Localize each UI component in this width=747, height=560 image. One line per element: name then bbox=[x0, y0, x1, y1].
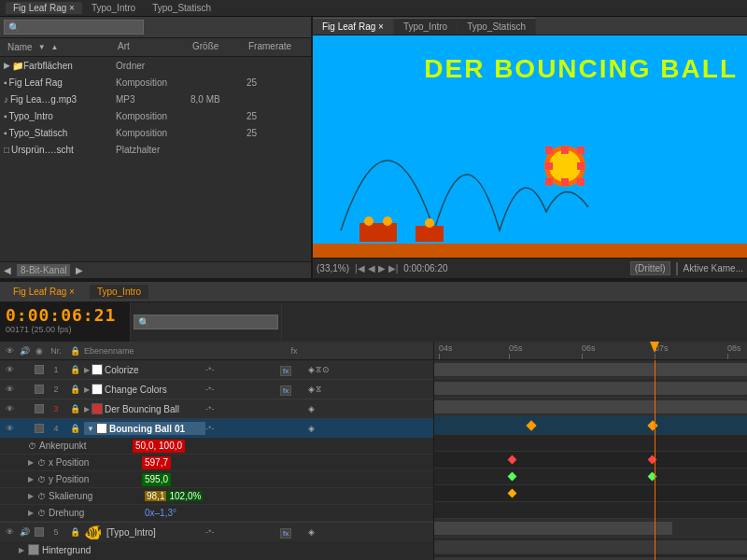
layer-2-name[interactable]: ▶ Change Colors bbox=[84, 384, 205, 395]
stopwatch-rotation[interactable]: ⏱ bbox=[37, 509, 46, 518]
layer-row-2: 👁 2 🔒 ▶ Change Colors -*- fx ◈ ⧖ bbox=[0, 380, 433, 399]
ruler-line-08s bbox=[727, 354, 728, 359]
layer-3-mode[interactable]: -*- bbox=[205, 404, 280, 413]
kf-scale-1[interactable] bbox=[508, 489, 517, 498]
project-search-input[interactable] bbox=[22, 22, 134, 33]
layer-5-num: 5 bbox=[47, 527, 65, 537]
layer-1-name[interactable]: ▶ Colorize bbox=[84, 364, 205, 375]
layer-4-eye[interactable]: 👁 bbox=[2, 424, 17, 433]
preview-tab-typostatisch[interactable]: Typo_Statisch bbox=[458, 18, 536, 35]
layer-5-eye[interactable]: 👁 bbox=[2, 527, 17, 537]
layer-5-name[interactable]: 🐠 [Typo_Intro] bbox=[84, 524, 205, 541]
layer-5-main[interactable]: 👁 🔊 5 🔒 🐠 [Typo_Intro] -*- fx ◈ bbox=[0, 523, 433, 541]
layer-3-eye[interactable]: 👁 bbox=[2, 404, 17, 413]
layer-1-icon2: ⧖ bbox=[316, 365, 321, 375]
expand-xpos[interactable]: ▶ bbox=[28, 458, 34, 467]
tl-search-icon: 🔍 bbox=[138, 317, 149, 328]
project-item-ursprung[interactable]: □ Ursprün….scht Platzhalter bbox=[0, 141, 311, 158]
layer-row-4: 👁 4 🔒 ▼ Bouncing Ball 01 -*- ◈ bbox=[0, 419, 433, 523]
prop-xpos-value[interactable]: 597,7 bbox=[142, 456, 171, 469]
prop-scale-value[interactable]: 98,1 102,0% bbox=[142, 490, 205, 503]
top-tab-figleafrag[interactable]: Fig Leaf Rag × bbox=[6, 2, 82, 14]
track-4-ankerpunkt bbox=[434, 435, 747, 452]
expand-scale[interactable]: ▶ bbox=[28, 492, 34, 500]
layer-2-fx[interactable]: fx bbox=[280, 384, 308, 395]
stopwatch-ypos[interactable]: ⏱ bbox=[37, 475, 46, 484]
top-tab-typointro[interactable]: Typo_Intro bbox=[84, 2, 143, 14]
layer-2-expand[interactable]: ▶ bbox=[84, 385, 90, 394]
layer-4-main[interactable]: 👁 4 🔒 ▼ Bouncing Ball 01 -*- ◈ bbox=[0, 419, 433, 438]
lh-audio: 🔊 bbox=[17, 346, 32, 356]
layer-1-mode[interactable]: -*- bbox=[205, 365, 280, 374]
layer-1-lock[interactable]: 🔒 bbox=[65, 365, 84, 374]
layer-5-hintergrund[interactable]: ▶ Hintergrund bbox=[0, 541, 433, 558]
prop-rotation-value[interactable]: 0x–1,3° bbox=[142, 507, 179, 520]
project-item-farbflachen[interactable]: ▶ 📁 Farbflächen Ordner bbox=[0, 57, 311, 74]
hintergrund-expand[interactable]: ▶ bbox=[19, 546, 24, 554]
layer-2-eye[interactable]: 👁 bbox=[2, 385, 17, 394]
stopwatch-scale[interactable]: ⏱ bbox=[37, 492, 46, 501]
layer-1-expand[interactable]: ▶ bbox=[84, 366, 90, 374]
layer-1-solo[interactable] bbox=[35, 365, 44, 374]
layer-1-fx[interactable]: fx bbox=[280, 364, 308, 375]
layer-2-num: 2 bbox=[47, 385, 65, 394]
top-tab-typostatisch[interactable]: Typo_Statisch bbox=[145, 2, 218, 14]
expand-rotation[interactable]: ▶ bbox=[28, 509, 34, 517]
preview-transport-controls: |◀ ◀ ▶ ▶| bbox=[355, 263, 398, 273]
layer-5-mode[interactable]: -*- bbox=[205, 527, 280, 537]
layer-3-lock[interactable]: 🔒 bbox=[65, 404, 84, 413]
layer-3-expand[interactable]: ▶ bbox=[84, 405, 90, 413]
project-item-typostatisch[interactable]: ▪ Typo_Statisch Komposition 25 bbox=[0, 124, 311, 141]
layer-3-icon1: ◈ bbox=[308, 404, 315, 413]
keyframe-4-2[interactable] bbox=[647, 420, 657, 430]
layer-5-lock[interactable]: 🔒 bbox=[65, 527, 84, 537]
layer-4-lock[interactable]: 🔒 bbox=[65, 424, 84, 433]
expand-ypos[interactable]: ▶ bbox=[28, 475, 34, 483]
layer-4-num: 4 bbox=[47, 424, 65, 433]
scroll-right-icon[interactable]: ▶ bbox=[76, 265, 83, 275]
layer-2-extra: ◈ ⧖ bbox=[308, 385, 402, 395]
svg-rect-0 bbox=[359, 223, 397, 242]
layer-3-name[interactable]: ▶ Der Bouncing Ball bbox=[84, 403, 205, 414]
camera-mode[interactable]: (Drittel) bbox=[630, 261, 670, 275]
layer-5-fx[interactable]: fx bbox=[280, 526, 308, 538]
layer-5-audio[interactable]: 🔊 bbox=[17, 527, 32, 537]
timeline-timecode: 0:00:06:21 bbox=[6, 305, 124, 325]
project-item-figleafrag[interactable]: ▪ Fig Leaf Rag Komposition 25 bbox=[0, 74, 311, 91]
comp-tab-typointro[interactable]: Typo_Intro bbox=[90, 285, 148, 299]
layer-4-mode[interactable]: -*- bbox=[205, 424, 280, 433]
layer-2-main[interactable]: 👁 2 🔒 ▶ Change Colors -*- fx ◈ ⧖ bbox=[0, 380, 433, 399]
scroll-left-icon[interactable]: ◀ bbox=[4, 265, 11, 275]
placeholder-icon: □ bbox=[4, 145, 9, 155]
comp-icon3: ▪ bbox=[4, 128, 7, 138]
ruler-mark-08s: 08s bbox=[727, 343, 741, 353]
kf-xpos-1[interactable] bbox=[508, 455, 517, 465]
layer-4-name[interactable]: ▼ Bouncing Ball 01 bbox=[84, 422, 205, 435]
layer-2-solo[interactable] bbox=[35, 385, 44, 394]
svg-point-4 bbox=[425, 218, 434, 228]
layer-4-solo[interactable] bbox=[35, 424, 44, 433]
keyframe-4-1[interactable] bbox=[526, 420, 536, 430]
prop-ypos-value[interactable]: 595,0 bbox=[142, 473, 171, 486]
preview-tab-figleafrag[interactable]: Fig Leaf Rag × bbox=[313, 18, 394, 35]
layer-3-solo[interactable] bbox=[35, 404, 44, 413]
project-item-mp3[interactable]: ♪ Fig Lea…g.mp3 MP3 8,0 MB bbox=[0, 91, 311, 107]
layer-4-expand[interactable]: ▼ bbox=[87, 425, 94, 433]
layer-2-mode[interactable]: -*- bbox=[205, 385, 280, 394]
track-bar-1 bbox=[434, 363, 747, 376]
stopwatch-ankerpunkt[interactable]: ⏱ bbox=[28, 441, 36, 451]
stopwatch-xpos[interactable]: ⏱ bbox=[37, 458, 46, 468]
layer-1-eye[interactable]: 👁 bbox=[2, 365, 17, 374]
project-item-typointro[interactable]: ▪ Typo_Intro Komposition 25 bbox=[0, 107, 311, 124]
layer-1-main[interactable]: 👁 1 🔒 ▶ Colorize -*- fx ◈ ⧖ ⊙ bbox=[0, 360, 433, 379]
timecode-display: 0:00:06:20 bbox=[403, 263, 447, 273]
preview-tab-typointro[interactable]: Typo_Intro bbox=[394, 18, 458, 35]
timeline-search-input[interactable] bbox=[152, 317, 264, 328]
comp-tab-figleafrag[interactable]: Fig Leaf Rag × bbox=[6, 285, 82, 299]
layer-3-main[interactable]: 👁 3 🔒 ▶ Der Bouncing Ball -*- ◈ bbox=[0, 399, 433, 418]
track-4-ypos bbox=[434, 469, 747, 485]
kf-ypos-1[interactable] bbox=[508, 472, 517, 482]
layer-2-lock[interactable]: 🔒 bbox=[65, 385, 84, 394]
layer-1-extra: ◈ ⧖ ⊙ bbox=[308, 365, 402, 375]
layer-5-solo[interactable] bbox=[35, 527, 44, 537]
